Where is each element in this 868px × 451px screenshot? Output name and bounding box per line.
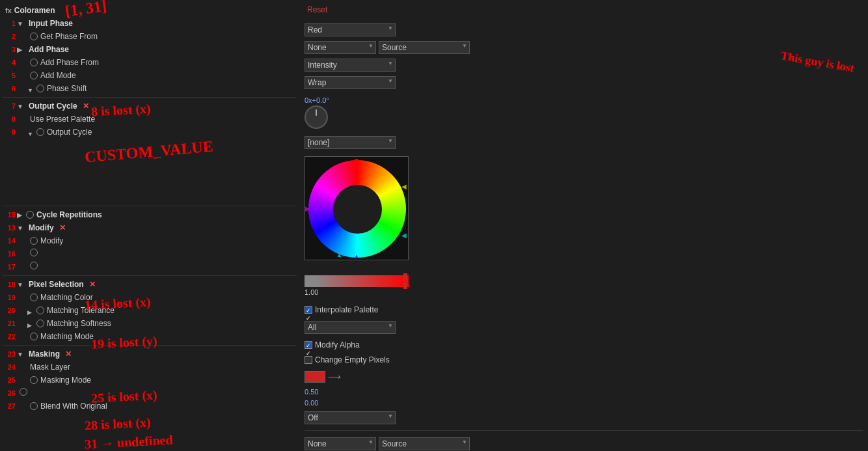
swap-arrow[interactable]: ⟶ <box>328 372 341 382</box>
row-16: 16 <box>3 247 297 260</box>
annotation-space <box>3 145 297 204</box>
add-phase-label: Add Phase <box>23 45 69 54</box>
spacer-10 <box>3 139 297 145</box>
interpolate-palette-checkbox[interactable]: ✓ <box>305 306 312 314</box>
color-ring[interactable] <box>308 160 406 258</box>
modify-alpha-checkbox[interactable]: ✓ <box>305 341 312 349</box>
phase-dial[interactable] <box>305 105 328 129</box>
pixel-selection-label: Pixel Selection <box>23 280 84 289</box>
stopwatch-icon-6[interactable] <box>26 211 34 219</box>
get-phase-from-item[interactable]: 2 Get Phase From <box>3 30 297 43</box>
colorwheel-wrapper[interactable]: ▼ ▲ ▶ ◀ ◀ ▲ <box>305 156 415 267</box>
output-cycle-label: Output Cycle <box>23 102 77 111</box>
color-channel-dropdown[interactable]: Red <box>305 23 396 36</box>
masking-label: Masking <box>23 349 60 359</box>
stopwatch-icon-9[interactable] <box>30 262 38 269</box>
modify-x[interactable]: ✕ <box>59 223 66 232</box>
intensity-dropdown[interactable]: Intensity <box>305 59 396 72</box>
marker-left: ▶ <box>305 205 310 212</box>
stopwatch-icon-13[interactable] <box>30 333 38 340</box>
matching-softness-item[interactable]: 21 ▶ Matching Softness <box>3 317 297 330</box>
add-mode-item[interactable]: 5 Add Mode <box>3 69 297 82</box>
color-channel-row: Red <box>305 23 863 36</box>
stopwatch-icon-14[interactable] <box>30 376 38 384</box>
marker-bottom: ▲ <box>353 253 360 260</box>
get-phase-from-label: Get Phase From <box>40 31 98 42</box>
add-phase-from-item[interactable]: 4 Add Phase From <box>3 56 297 69</box>
plugin-name: Coloramen <box>14 6 55 15</box>
color-swatch[interactable] <box>305 371 325 383</box>
mask-layer-label: Mask Layer <box>17 362 70 372</box>
matching-mode-label: Matching Mode <box>40 331 94 342</box>
stopwatch-icon-7[interactable] <box>30 237 38 245</box>
modify-label: Modify <box>23 223 54 232</box>
stopwatch-icon-8[interactable] <box>30 249 38 256</box>
all-dropdown-row: All <box>305 321 863 334</box>
stopwatch-icon-10[interactable] <box>30 294 38 301</box>
use-preset-palette-item[interactable]: 8 Use Preset Palette <box>3 113 297 126</box>
wrap-dropdown[interactable]: Wrap <box>305 76 396 89</box>
source-bottom-dropdown[interactable]: Source <box>379 437 470 450</box>
stopwatch-icon-15[interactable] <box>20 388 27 396</box>
swatch-value-2: 0.00 <box>305 399 863 407</box>
wrap-row: Wrap <box>305 76 863 89</box>
matching-tolerance-label: Matching Tolerance <box>47 305 115 316</box>
masking-x[interactable]: ✕ <box>65 349 72 359</box>
masking-mode-item[interactable]: 25 Masking Mode <box>3 374 297 387</box>
row-26: 26 <box>3 387 297 400</box>
bottom-source-row: None Source <box>305 437 863 450</box>
stopwatch-icon-5[interactable] <box>36 128 44 136</box>
matching-color-item[interactable]: 19 Matching Color <box>3 291 297 304</box>
masking-section[interactable]: 23 ▼ Masking ✕ <box>3 348 297 361</box>
change-empty-pixels-row: Change Empty Pixels <box>305 355 863 364</box>
interpolate-palette-label: Interpolate Palette <box>315 305 378 314</box>
off-dropdown-1[interactable]: Off <box>305 411 396 424</box>
blend-with-original-item[interactable]: 27 Blend With Original <box>3 400 297 413</box>
none-top-dropdown[interactable]: None <box>305 41 376 54</box>
use-preset-palette-label: Use Preset Palette <box>30 114 95 124</box>
color-bar-thumb[interactable] <box>403 273 407 289</box>
cycle-repetitions-section[interactable]: 15 ▶ Cycle Repetitions <box>3 208 297 221</box>
source-top-dropdown[interactable]: Source <box>379 41 470 54</box>
modify-section[interactable]: 13 ▼ Modify ✕ <box>3 221 297 234</box>
add-phase-section[interactable]: 3 ▶ Add Phase <box>3 43 297 56</box>
color-gradient-bar[interactable] <box>305 275 409 287</box>
modify-alpha-label: Modify Alpha <box>315 340 360 349</box>
change-empty-pixels-label: Change Empty Pixels <box>315 355 390 364</box>
marker-right-top: ◀ <box>401 183 407 190</box>
phase-shift-item[interactable]: 6 ▼ Phase Shift <box>3 82 297 95</box>
output-cycle-section[interactable]: 7 ▼ Output Cycle ✕ <box>3 100 297 113</box>
output-cycle-item[interactable]: 9 ▼ Output Cycle <box>3 126 297 139</box>
stopwatch-icon-12[interactable] <box>36 320 44 327</box>
stopwatch-icon-2[interactable] <box>30 59 38 66</box>
none-preset-dropdown[interactable]: [none] <box>305 136 396 149</box>
reset-button[interactable]: Reset <box>303 4 331 16</box>
output-cycle-x[interactable]: ✕ <box>83 102 89 111</box>
stopwatch-icon-16[interactable] <box>30 402 38 410</box>
mask-layer-item[interactable]: 24 Mask Layer <box>3 361 297 374</box>
change-empty-pixels-checkbox[interactable] <box>305 356 312 364</box>
stopwatch-icon-11[interactable] <box>36 307 44 314</box>
color-ring-center <box>333 185 382 234</box>
matching-softness-label: Matching Softness <box>47 318 111 329</box>
matching-color-label: Matching Color <box>40 292 93 303</box>
modify-item[interactable]: 14 Modify <box>3 234 297 247</box>
matching-mode-item[interactable]: 22 Matching Mode <box>3 330 297 343</box>
pixel-selection-section[interactable]: 18 ▼ Pixel Selection ✕ <box>3 278 297 291</box>
add-phase-from-label: Add Phase From <box>40 57 99 68</box>
input-phase-section[interactable]: 1 ▼ Input Phase <box>3 17 297 30</box>
none-bottom-dropdown[interactable]: None <box>305 437 376 450</box>
color-swatch-row: ⟶ <box>305 371 863 383</box>
all-dropdown[interactable]: All <box>305 321 396 334</box>
fx-header: fx Coloramen <box>3 4 297 17</box>
stopwatch-icon[interactable] <box>30 33 38 40</box>
stopwatch-icon-4[interactable] <box>36 85 44 92</box>
stopwatch-icon-3[interactable] <box>30 72 38 79</box>
marker-right-bottom: ◀ <box>401 232 407 239</box>
matching-tolerance-item[interactable]: 20 ▶ Matching Tolerance <box>3 304 297 317</box>
pixel-selection-x[interactable]: ✕ <box>89 280 96 289</box>
left-panel: fx Coloramen 1 ▼ Input Phase 2 Get Phase… <box>0 0 299 451</box>
input-phase-label: Input Phase <box>23 19 73 28</box>
off-dropdown-1-row: Off <box>305 411 863 424</box>
add-mode-label: Add Mode <box>40 70 76 81</box>
